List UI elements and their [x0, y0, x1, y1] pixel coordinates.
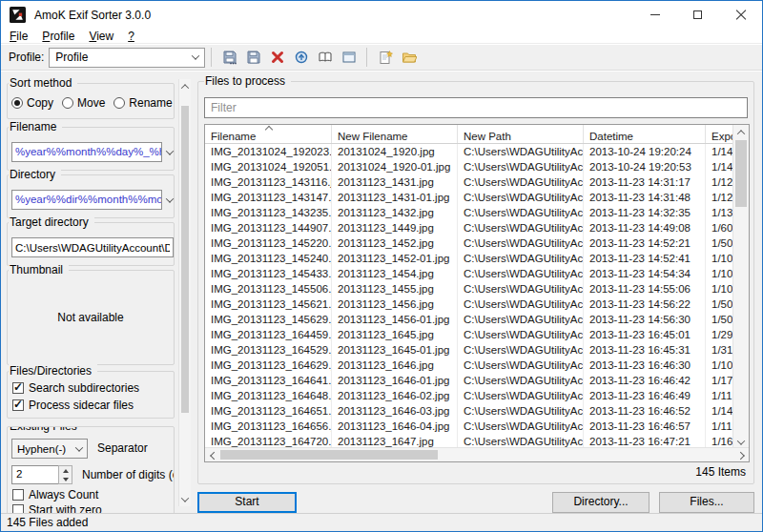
scrollbar-thumb[interactable] [735, 140, 747, 207]
target-directory-input[interactable] [11, 237, 174, 257]
thumbnail-placeholder: Not available [8, 311, 174, 324]
menu-help[interactable]: ? [128, 30, 134, 43]
filename-title: Filename [9, 120, 62, 133]
table-cell: 1/10 [706, 251, 732, 266]
close-button[interactable] [719, 1, 762, 29]
table-row[interactable]: IMG_20131123_164629.j...20131123_1646.jp… [205, 358, 732, 373]
profile-combobox[interactable]: Profile [49, 48, 205, 68]
column-header-new-filename[interactable]: New Filename [332, 125, 458, 143]
table-row[interactable]: IMG_20131123_145621.j...20131123_1456.jp… [205, 297, 732, 312]
table-cell: 1/13 [706, 205, 732, 220]
table-row[interactable]: IMG_20131123_145433.j...20131123_1454.jp… [205, 266, 732, 281]
table-cell: IMG_20131123_164459.j... [205, 327, 332, 342]
always-count-checkbox[interactable]: Always Count [12, 488, 98, 501]
table-row[interactable]: IMG_20131123_164459.j...20131123_1645.jp… [205, 327, 732, 342]
new-profile-button[interactable] [373, 46, 397, 69]
thumbnail-title: Thumbnail [9, 263, 69, 276]
directory-pattern-combobox[interactable]: %year%%dir%%month%%mon [11, 190, 162, 210]
statusbar: 145 Files added [1, 513, 762, 531]
save-profile-button[interactable] [241, 46, 265, 69]
table-row[interactable]: IMG_20131123_164651.j...20131123_1646-03… [205, 403, 732, 419]
table-row[interactable]: IMG_20131123_145220.j...20131123_1452.jp… [205, 235, 732, 251]
column-header-filename[interactable]: Filename [205, 125, 332, 143]
help-book-button[interactable] [313, 46, 337, 69]
spinner-up-button[interactable] [59, 466, 72, 475]
radio-copy[interactable]: Copy [11, 96, 53, 110]
filter-input[interactable] [204, 97, 748, 118]
scroll-up-icon[interactable] [179, 79, 191, 93]
sort-method-options: Copy Move Rename [11, 96, 181, 110]
table-cell: 2013-11-23 14:31:48 [584, 190, 706, 205]
menu-view[interactable]: View [89, 30, 113, 43]
table-row[interactable]: IMG_20131123_164720.j...20131123_1647.jp… [205, 434, 732, 447]
table-row[interactable]: IMG_20131123_143235.j...20131123_1432.jp… [205, 205, 732, 220]
update-check-button[interactable] [289, 46, 313, 69]
menu-profile[interactable]: Profile [42, 30, 74, 43]
table-cell: 2013-10-24 19:20:53 [584, 159, 706, 174]
table-cell: 20131123_1455.jpg [332, 281, 458, 297]
table-cell: C:\Users\WDAGUtilityAc... [458, 205, 584, 220]
settings-panel-scrollbar[interactable] [178, 79, 191, 506]
open-profile-button[interactable] [397, 46, 421, 69]
table-row[interactable]: IMG_20131123_145506.j...20131123_1455.jp… [205, 281, 732, 297]
table-cell: C:\Users\WDAGUtilityAc... [458, 312, 584, 327]
table-row[interactable]: IMG_20131123_145629.j...20131123_1456-01… [205, 312, 732, 327]
scroll-up-icon[interactable] [733, 125, 749, 139]
column-header-datetime[interactable]: Datetime [584, 125, 706, 143]
table-row[interactable]: IMG_20131123_144907.j...20131123_1449.jp… [205, 220, 732, 235]
spinner-down-button[interactable] [59, 475, 72, 483]
filename-pattern-combobox[interactable]: %year%%month%%day%_%ho [11, 142, 162, 162]
table-cell: 1/10 [706, 266, 732, 281]
table-cell: 20131123_1454.jpg [332, 266, 458, 281]
table-row[interactable]: IMG_20131123_164529.j...20131123_1645-01… [205, 342, 732, 358]
table-row[interactable]: IMG_20131123_164656.j...20131123_1646-04… [205, 419, 732, 434]
table-cell: C:\Users\WDAGUtilityAc... [458, 266, 584, 281]
table-cell: 2013-10-24 19:20:24 [584, 144, 706, 159]
window-view-button[interactable] [337, 46, 361, 69]
table-cell: 20131123_1646-03.jpg [332, 403, 458, 419]
toolbar-separator [366, 48, 367, 67]
table-row[interactable]: IMG_20131123_164648.j...20131123_1646-02… [205, 388, 732, 403]
table-row[interactable]: IMG_20131024_192051.j...20131024_1920-01… [205, 159, 732, 174]
table-cell: C:\Users\WDAGUtilityAc... [458, 190, 584, 205]
save-as-profile-button[interactable] [217, 46, 241, 69]
maximize-button[interactable] [676, 1, 719, 29]
scroll-right-icon[interactable] [734, 448, 749, 462]
scroll-left-icon[interactable] [205, 448, 219, 462]
minimize-button[interactable] [633, 1, 676, 29]
chevron-down-icon[interactable] [166, 147, 174, 154]
table-cell: 2013-11-23 16:46:49 [584, 388, 706, 403]
search-subdirectories-checkbox[interactable]: Search subdirectories [12, 381, 139, 395]
table-row[interactable]: IMG_20131123_143116.j...20131123_1431.jp… [205, 174, 732, 190]
chevron-down-icon [75, 443, 83, 451]
chevron-down-icon[interactable] [166, 194, 174, 202]
directory-button[interactable]: Directory... [552, 492, 650, 513]
radio-move[interactable]: Move [62, 96, 105, 110]
separator-select[interactable]: Hyphen(-) [11, 439, 88, 459]
table-cell: 1/10 [706, 358, 732, 373]
table-row[interactable]: IMG_20131123_164641.j...20131123_1646-01… [205, 373, 732, 388]
digits-spinner[interactable]: 2 [11, 465, 72, 484]
column-header-exposure[interactable]: Expo [706, 125, 732, 143]
window-controls [633, 1, 762, 29]
table-row[interactable]: IMG_20131123_145240.j...20131123_1452-01… [205, 251, 732, 266]
table-row[interactable]: IMG_20131123_143147.j...20131123_1431-01… [205, 190, 732, 205]
process-sidecar-files-checkbox[interactable]: Process sidecar files [12, 399, 134, 412]
start-button[interactable]: Start [197, 492, 297, 513]
start-with-zero-checkbox[interactable]: Start with zero [12, 503, 102, 513]
menu-file[interactable]: File [10, 30, 28, 43]
table-vertical-scrollbar[interactable] [732, 125, 749, 449]
scrollbar-thumb[interactable] [220, 450, 438, 460]
table-cell: 1/50 [706, 297, 732, 312]
app-window: AmoK Exif Sorter 3.0.0 File Profile View… [0, 0, 763, 532]
table-cell: 2013-11-23 16:45:31 [584, 342, 706, 358]
scroll-down-icon[interactable] [179, 492, 191, 506]
column-header-new-path[interactable]: New Path [458, 125, 584, 143]
table-row[interactable]: IMG_20131024_192023.j...20131024_1920.jp… [205, 144, 732, 159]
table-cell: 2013-11-23 14:52:41 [584, 251, 706, 266]
table-horizontal-scrollbar[interactable] [205, 447, 749, 461]
files-button[interactable]: Files... [659, 492, 754, 513]
scrollbar-thumb[interactable] [181, 106, 189, 413]
delete-profile-button[interactable] [265, 46, 289, 69]
radio-rename[interactable]: Rename [113, 96, 172, 110]
